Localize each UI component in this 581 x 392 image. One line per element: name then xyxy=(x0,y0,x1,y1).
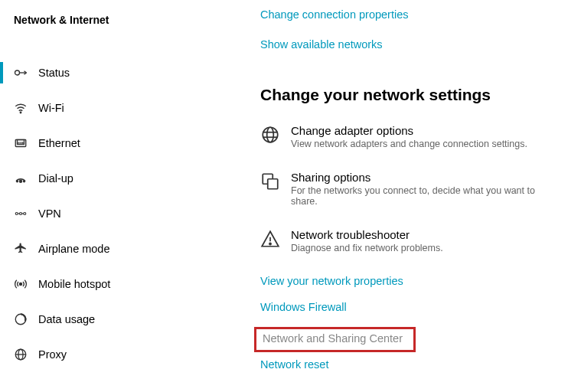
svg-point-16 xyxy=(24,213,26,215)
svg-point-11 xyxy=(20,180,22,182)
sidebar-items: Status Wi-Fi Ethernet Dial-up VPN xyxy=(0,55,249,372)
ethernet-icon xyxy=(14,136,28,150)
svg-point-0 xyxy=(15,70,20,75)
airplane-icon xyxy=(14,242,28,256)
sidebar-item-label: Airplane mode xyxy=(38,243,110,255)
option-text: Sharing options For the networks you con… xyxy=(291,171,558,207)
link-firewall[interactable]: Windows Firewall xyxy=(260,301,558,313)
svg-point-15 xyxy=(20,213,22,215)
sidebar-item-label: Data usage xyxy=(38,313,95,325)
sidebar-item-airplane[interactable]: Airplane mode xyxy=(0,231,249,266)
vpn-icon xyxy=(14,207,28,220)
sharing-icon xyxy=(260,172,280,191)
option-text: Network troubleshooter Diagnose and fix … xyxy=(291,228,443,253)
highlight-box: Network and Sharing Center xyxy=(254,327,416,352)
sidebar-item-dialup[interactable]: Dial-up xyxy=(0,161,249,196)
option-title: Network troubleshooter xyxy=(291,228,443,241)
status-icon xyxy=(14,66,28,80)
wifi-icon xyxy=(14,101,28,115)
option-sharing[interactable]: Sharing options For the networks you con… xyxy=(260,171,558,207)
option-desc: For the networks you connect to, decide … xyxy=(291,185,558,207)
sidebar-item-vpn[interactable]: VPN xyxy=(0,196,249,231)
sidebar-item-hotspot[interactable]: Mobile hotspot xyxy=(0,266,249,302)
sidebar: Network & Internet Status Wi-Fi Ethernet… xyxy=(0,0,249,392)
sidebar-item-label: Mobile hotspot xyxy=(38,278,110,290)
svg-point-31 xyxy=(269,243,271,244)
option-desc: View network adapters and change connect… xyxy=(291,139,527,149)
sidebar-item-label: Proxy xyxy=(38,348,67,361)
adapter-icon xyxy=(260,125,280,145)
dialup-icon xyxy=(14,172,28,185)
proxy-icon xyxy=(14,348,28,361)
sidebar-item-proxy[interactable]: Proxy xyxy=(0,337,249,372)
option-troubleshoot[interactable]: Network troubleshooter Diagnose and fix … xyxy=(260,228,558,253)
option-title: Change adapter options xyxy=(291,124,527,137)
sidebar-item-label: VPN xyxy=(38,207,61,220)
sidebar-item-label: Wi-Fi xyxy=(38,102,64,114)
sidebar-item-label: Status xyxy=(38,67,70,79)
svg-point-4 xyxy=(20,112,21,113)
link-network-properties[interactable]: View your network properties xyxy=(260,275,558,287)
sidebar-item-label: Ethernet xyxy=(38,137,80,149)
sidebar-item-ethernet[interactable]: Ethernet xyxy=(0,126,249,161)
sidebar-item-wifi[interactable]: Wi-Fi xyxy=(0,90,249,126)
link-available-networks[interactable]: Show available networks xyxy=(260,38,383,51)
sidebar-item-label: Dial-up xyxy=(38,172,73,185)
main-content: Change connection properties Show availa… xyxy=(249,0,581,392)
data-usage-icon xyxy=(14,312,28,326)
option-adapter[interactable]: Change adapter options View network adap… xyxy=(260,124,558,149)
section-title: Change your network settings xyxy=(260,86,558,104)
svg-point-12 xyxy=(17,181,18,182)
sidebar-item-status[interactable]: Status xyxy=(0,55,249,90)
sidebar-item-datausage[interactable]: Data usage xyxy=(0,302,249,337)
sidebar-title: Network & Internet xyxy=(0,6,249,34)
svg-point-13 xyxy=(24,181,25,182)
svg-point-19 xyxy=(20,283,22,286)
option-title: Sharing options xyxy=(291,171,558,184)
bottom-links: View your network properties Windows Fir… xyxy=(260,275,558,371)
warning-icon xyxy=(260,229,280,249)
svg-rect-29 xyxy=(268,179,278,189)
link-network-reset[interactable]: Network reset xyxy=(260,358,558,371)
link-sharing-center[interactable]: Network and Sharing Center xyxy=(263,332,403,345)
svg-point-25 xyxy=(267,127,274,142)
option-desc: Diagnose and fix network problems. xyxy=(291,243,443,253)
hotspot-icon xyxy=(14,277,28,291)
svg-point-24 xyxy=(263,127,278,142)
link-connection-properties[interactable]: Change connection properties xyxy=(260,8,408,21)
svg-point-14 xyxy=(15,213,18,215)
option-text: Change adapter options View network adap… xyxy=(291,124,527,149)
